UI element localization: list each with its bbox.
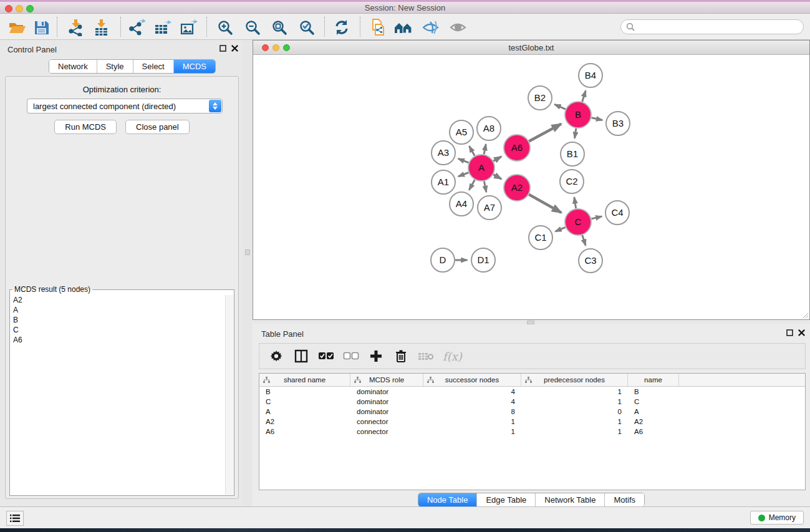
cell-MCDS-role[interactable]: connector xyxy=(350,418,423,425)
add-column-icon[interactable] xyxy=(368,348,384,364)
cell-predecessor-nodes[interactable]: 1 xyxy=(521,428,628,435)
cell-shared-name[interactable]: B xyxy=(259,388,350,395)
cell-name[interactable]: B xyxy=(628,388,679,395)
edge-A-A1[interactable] xyxy=(458,173,468,177)
criterion-select[interactable]: largest connected component (directed) xyxy=(27,99,223,114)
clone-network-icon[interactable] xyxy=(367,19,388,36)
search-input[interactable] xyxy=(638,22,803,32)
cell-shared-name[interactable]: A xyxy=(259,408,350,415)
close-panel-button[interactable]: Close panel xyxy=(125,120,190,134)
edge-C-C2[interactable] xyxy=(574,197,576,208)
edge-C-C4[interactable] xyxy=(591,216,602,219)
cell-predecessor-nodes[interactable]: 1 xyxy=(521,398,628,405)
edge-A-A4[interactable] xyxy=(469,180,475,190)
close-panel-icon[interactable] xyxy=(231,45,238,52)
edge-C-C3[interactable] xyxy=(582,235,586,246)
cell-successor-nodes[interactable]: 4 xyxy=(423,398,521,405)
cell-MCDS-role[interactable]: dominator xyxy=(350,408,423,415)
splitter-grip[interactable] xyxy=(245,249,250,255)
tab-node-table[interactable]: Node Table xyxy=(418,493,478,506)
cell-name[interactable]: A2 xyxy=(628,418,679,425)
resize-grip-icon[interactable] xyxy=(801,311,809,319)
result-item[interactable]: A6 xyxy=(11,335,225,345)
export-network-icon[interactable] xyxy=(126,19,147,36)
float-table-panel-icon[interactable] xyxy=(786,329,793,336)
table-row[interactable]: Adominator80A xyxy=(259,407,805,417)
export-image-icon[interactable] xyxy=(178,19,200,36)
tab-mcds[interactable]: MCDS xyxy=(174,60,215,73)
settings-gear-icon[interactable] xyxy=(268,348,284,364)
save-session-icon[interactable] xyxy=(31,19,52,36)
edge-B-B2[interactable] xyxy=(554,104,565,109)
hide-selected-icon[interactable] xyxy=(420,19,441,36)
cell-shared-name[interactable]: C xyxy=(259,398,350,405)
zoom-fit-icon[interactable] xyxy=(269,19,290,36)
cell-name[interactable]: A6 xyxy=(628,428,679,435)
cell-successor-nodes[interactable]: 4 xyxy=(423,388,521,395)
column-header-successor-nodes[interactable]: successor nodes xyxy=(423,374,521,386)
column-header-MCDS-role[interactable]: MCDS role xyxy=(350,374,423,386)
cell-MCDS-role[interactable]: dominator xyxy=(350,388,423,395)
column-header-predecessor-nodes[interactable]: predecessor nodes xyxy=(521,374,628,386)
edge-A-A3[interactable] xyxy=(458,158,469,163)
cell-shared-name[interactable]: A2 xyxy=(259,418,350,425)
table-row[interactable]: Cdominator41C xyxy=(259,397,805,407)
table-row[interactable]: A2connector11A2 xyxy=(259,417,805,427)
edge-B-B4[interactable] xyxy=(582,90,586,102)
edge-B-B1[interactable] xyxy=(575,128,576,138)
delete-table-icon[interactable] xyxy=(418,348,434,364)
float-panel-icon[interactable] xyxy=(219,45,226,52)
table-row[interactable]: Bdominator41B xyxy=(259,387,805,397)
zoom-in-icon[interactable] xyxy=(215,19,236,36)
task-history-button[interactable] xyxy=(6,511,24,526)
export-table-icon[interactable] xyxy=(152,19,173,36)
result-item[interactable]: C xyxy=(11,325,225,335)
table-row[interactable]: A6connector11A6 xyxy=(259,427,805,437)
refresh-icon[interactable] xyxy=(331,19,352,36)
vertical-splitter[interactable] xyxy=(243,40,253,506)
edge-A2-C[interactable] xyxy=(529,195,561,213)
edge-A-A5[interactable] xyxy=(470,146,475,155)
column-header-name[interactable]: name xyxy=(628,374,679,386)
cell-successor-nodes[interactable]: 1 xyxy=(423,428,521,435)
cell-predecessor-nodes[interactable]: 0 xyxy=(521,408,628,415)
edge-A-A2[interactable] xyxy=(493,175,501,179)
zoom-out-icon[interactable] xyxy=(242,19,263,36)
cell-MCDS-role[interactable]: dominator xyxy=(350,398,423,405)
column-view-icon[interactable] xyxy=(293,348,309,364)
run-mcds-button[interactable]: Run MCDS xyxy=(54,120,117,134)
cell-predecessor-nodes[interactable]: 1 xyxy=(521,418,628,425)
tab-network[interactable]: Network xyxy=(49,60,97,73)
network-graph-canvas[interactable]: B4B2BB3A5A8A6B1A3AA1C2A2A4A7C4CC1C3DD1 xyxy=(253,55,809,319)
result-item[interactable]: A2 xyxy=(11,295,225,305)
tab-style[interactable]: Style xyxy=(97,60,133,73)
open-session-icon[interactable] xyxy=(7,19,28,36)
edge-B-B3[interactable] xyxy=(591,118,602,120)
cell-predecessor-nodes[interactable]: 1 xyxy=(521,388,628,395)
show-all-icon[interactable] xyxy=(448,19,469,36)
cell-successor-nodes[interactable]: 8 xyxy=(423,408,521,415)
edge-C-C1[interactable] xyxy=(556,227,566,231)
edge-A-A6[interactable] xyxy=(493,157,501,161)
deselect-all-icon[interactable] xyxy=(343,348,359,364)
first-neighbors-icon[interactable] xyxy=(393,19,415,36)
close-table-panel-icon[interactable] xyxy=(798,329,805,336)
search-field[interactable] xyxy=(620,19,804,34)
delete-column-icon[interactable] xyxy=(393,348,409,364)
cell-name[interactable]: C xyxy=(628,398,679,405)
column-header-shared-name[interactable]: shared name xyxy=(259,374,350,386)
edge-A6-B[interactable] xyxy=(529,124,561,142)
result-item[interactable]: B xyxy=(11,315,225,325)
memory-button[interactable]: Memory xyxy=(750,511,804,525)
function-builder-icon[interactable]: f(x) xyxy=(443,348,462,364)
edge-A-A8[interactable] xyxy=(484,144,486,154)
edge-A-A7[interactable] xyxy=(484,181,486,192)
zoom-selected-icon[interactable] xyxy=(296,19,317,36)
tab-motifs[interactable]: Motifs xyxy=(605,493,644,506)
select-all-icon[interactable] xyxy=(318,348,334,364)
cell-successor-nodes[interactable]: 1 xyxy=(423,418,521,425)
tab-network-table[interactable]: Network Table xyxy=(536,493,605,506)
tab-edge-table[interactable]: Edge Table xyxy=(477,493,536,506)
cell-MCDS-role[interactable]: connector xyxy=(350,428,423,435)
cell-name[interactable]: A xyxy=(628,408,679,415)
